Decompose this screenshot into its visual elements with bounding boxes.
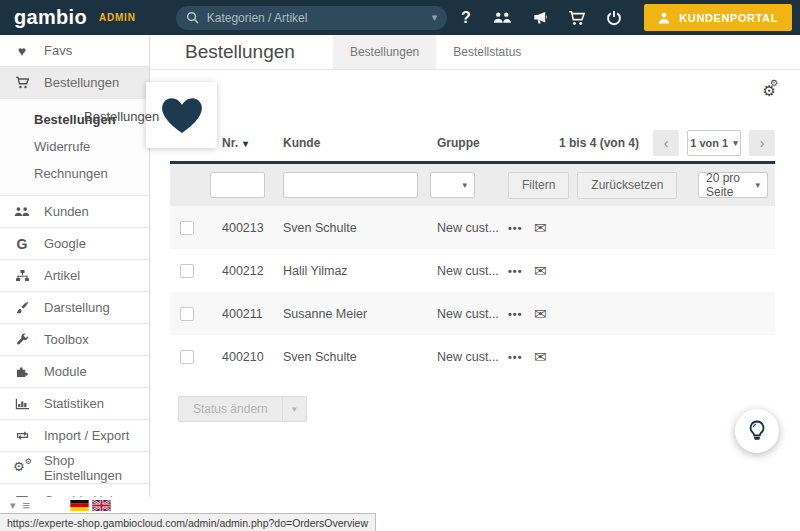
admin-label: ADMIN bbox=[99, 12, 136, 23]
tab-bestellstatus[interactable]: Bestellstatus bbox=[436, 35, 538, 69]
status-aendern-split-button: Status ändern ▾ bbox=[178, 396, 307, 422]
sidebar-item-label: Darstellung bbox=[44, 300, 110, 315]
uk-flag-icon[interactable] bbox=[92, 500, 111, 511]
sidebar-item-module[interactable]: Module bbox=[0, 356, 149, 388]
gambio-logo[interactable]: gambio bbox=[14, 6, 87, 29]
pagination: 1 bis 4 (von 4) ‹ 1 von 1 ▾ › bbox=[559, 130, 775, 156]
table-row[interactable]: 400212 Halil Yilmaz New cust... ••• ✉ bbox=[170, 249, 775, 292]
users-icon bbox=[13, 206, 31, 217]
heart-icon bbox=[158, 93, 206, 137]
content-body: ⚙⚙ Nr. ▾ Kunde Gruppe 1 bis 4 (von 4) ‹ bbox=[150, 70, 800, 531]
chevron-down-icon: ▾ bbox=[733, 138, 738, 148]
sidebar-item-label: Toolbox bbox=[44, 332, 89, 347]
order-nr: 400212 bbox=[222, 264, 283, 278]
sidebar-item-artikel[interactable]: Artikel bbox=[0, 260, 149, 292]
email-icon[interactable]: ✉ bbox=[534, 219, 564, 237]
table-row[interactable]: 400213 Sven Schulte New cust... ••• ✉ bbox=[170, 206, 775, 249]
order-kunde: Sven Schulte bbox=[283, 221, 437, 235]
sync-icon bbox=[13, 430, 31, 441]
sort-caret-icon[interactable]: ▾ bbox=[243, 138, 248, 149]
sidebar-item-statistiken[interactable]: Statistiken bbox=[0, 388, 149, 420]
content-header: Bestellungen Bestellungen Bestellstatus bbox=[150, 35, 800, 70]
chevron-down-icon[interactable]: ▾ bbox=[432, 11, 438, 24]
content-area: Bestellungen Bestellungen Bestellstatus … bbox=[150, 35, 800, 531]
drag-ghost-label: Bestellungen bbox=[84, 109, 159, 124]
email-icon[interactable]: ✉ bbox=[534, 262, 564, 280]
german-flag-icon[interactable] bbox=[70, 500, 89, 511]
pagination-range: 1 bis 4 (von 4) bbox=[559, 136, 639, 150]
chevron-down-icon: ▾ bbox=[755, 180, 760, 190]
order-gruppe: New cust... bbox=[437, 221, 508, 235]
language-flags bbox=[70, 500, 111, 511]
search-input[interactable] bbox=[207, 11, 432, 25]
cart-icon[interactable] bbox=[558, 0, 595, 35]
orders-table: Nr. ▾ Kunde Gruppe 1 bis 4 (von 4) ‹ 1 v… bbox=[170, 125, 775, 378]
order-gruppe: New cust... bbox=[437, 264, 508, 278]
puzzle-icon bbox=[13, 365, 31, 378]
row-actions-dots[interactable]: ••• bbox=[508, 222, 534, 234]
menu-burger-icon[interactable]: ≡ bbox=[23, 498, 31, 513]
sidebar-item-bestellungen[interactable]: Bestellungen bbox=[0, 67, 149, 99]
global-search[interactable]: ▾ bbox=[176, 6, 448, 30]
lightbulb-icon bbox=[746, 419, 768, 443]
user-icon bbox=[658, 12, 670, 24]
sidebar-item-google[interactable]: G Google bbox=[0, 228, 149, 260]
order-kunde: Sven Schulte bbox=[283, 350, 437, 364]
row-checkbox[interactable] bbox=[180, 307, 194, 321]
email-icon[interactable]: ✉ bbox=[534, 348, 564, 366]
table-row[interactable]: 400210 Sven Schulte New cust... ••• ✉ bbox=[170, 335, 775, 378]
page-title: Bestellungen bbox=[185, 41, 295, 63]
prev-page-button[interactable]: ‹ bbox=[653, 130, 679, 156]
logout-power-icon[interactable] bbox=[595, 0, 632, 35]
column-header-nr[interactable]: Nr. ▾ bbox=[222, 136, 283, 150]
wrench-icon bbox=[13, 333, 31, 346]
search-icon bbox=[186, 11, 199, 24]
table-settings-gears-icon[interactable]: ⚙⚙ bbox=[763, 82, 776, 100]
sidebar-item-toolbox[interactable]: Toolbox bbox=[0, 324, 149, 356]
filter-gruppe-select[interactable]: ▾ bbox=[430, 172, 475, 198]
help-icon[interactable]: ? bbox=[447, 0, 484, 35]
submenu-item-widerrufe[interactable]: Widerrufe bbox=[0, 133, 149, 160]
tab-bestellungen[interactable]: Bestellungen bbox=[333, 35, 436, 69]
announcements-icon[interactable] bbox=[521, 0, 558, 35]
status-aendern-button[interactable]: Status ändern bbox=[178, 396, 283, 422]
sidebar-item-shop-einstellungen[interactable]: ⚙⚙ Shop Einstellungen bbox=[0, 452, 149, 484]
row-checkbox[interactable] bbox=[180, 350, 194, 364]
sitemap-icon bbox=[13, 269, 31, 282]
community-icon[interactable] bbox=[484, 0, 521, 35]
sidebar-item-label: Google bbox=[44, 236, 86, 251]
filtern-button[interactable]: Filtern bbox=[508, 172, 569, 199]
collapse-caret-icon[interactable]: ▾ bbox=[10, 499, 16, 512]
kundenportal-button[interactable]: KUNDENPORTAL bbox=[644, 4, 792, 31]
column-header-kunde[interactable]: Kunde bbox=[283, 136, 437, 150]
sidebar-item-label: Artikel bbox=[44, 268, 80, 283]
column-header-gruppe[interactable]: Gruppe bbox=[437, 136, 508, 150]
order-nr: 400210 bbox=[222, 350, 283, 364]
sidebar-item-label: Statistiken bbox=[44, 396, 104, 411]
page-select[interactable]: 1 von 1 ▾ bbox=[687, 130, 741, 156]
filter-nr-input[interactable] bbox=[210, 172, 265, 198]
row-checkbox[interactable] bbox=[180, 221, 194, 235]
sidebar-item-darstellung[interactable]: Darstellung bbox=[0, 292, 149, 324]
row-actions-dots[interactable]: ••• bbox=[508, 308, 534, 320]
row-checkbox[interactable] bbox=[180, 264, 194, 278]
sidebar-item-kunden[interactable]: Kunden bbox=[0, 196, 149, 228]
table-row[interactable]: 400211 Susanne Meier New cust... ••• ✉ bbox=[170, 292, 775, 335]
next-page-button[interactable]: › bbox=[749, 130, 775, 156]
sidebar-item-label: Bestellungen bbox=[44, 75, 119, 90]
row-actions-dots[interactable]: ••• bbox=[508, 265, 534, 277]
sidebar-item-import-export[interactable]: Import / Export bbox=[0, 420, 149, 452]
per-page-select[interactable]: 20 pro Seite ▾ bbox=[698, 172, 768, 198]
heart-icon: ♥ bbox=[13, 44, 31, 58]
submenu-item-rechnungen[interactable]: Rechnungen bbox=[0, 160, 149, 187]
filter-kunde-input[interactable] bbox=[283, 172, 418, 198]
zuruecksetzen-button[interactable]: Zurücksetzen bbox=[577, 172, 677, 199]
status-aendern-dropdown[interactable]: ▾ bbox=[283, 396, 307, 422]
email-icon[interactable]: ✉ bbox=[534, 305, 564, 323]
help-lightbulb-button[interactable] bbox=[735, 409, 779, 453]
kundenportal-label: KUNDENPORTAL bbox=[679, 12, 778, 24]
row-actions-dots[interactable]: ••• bbox=[508, 351, 534, 363]
gears-icon: ⚙⚙ bbox=[13, 460, 31, 475]
sidebar-item-favs[interactable]: ♥ Favs bbox=[0, 35, 149, 67]
sidebar-item-label: Module bbox=[44, 364, 87, 379]
